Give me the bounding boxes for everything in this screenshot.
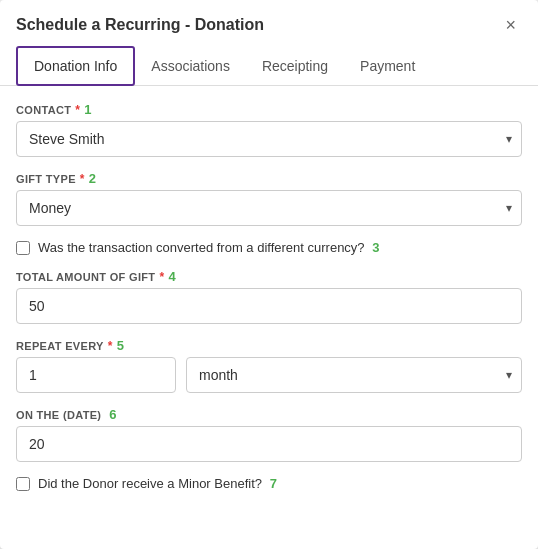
modal-header: Schedule a Recurring - Donation ×: [0, 0, 538, 36]
total-amount-input[interactable]: [16, 288, 522, 324]
tabs-container: Donation Info Associations Receipting Pa…: [0, 46, 538, 86]
contact-field-group: CONTACT * 1 Steve Smith ▾: [16, 102, 522, 157]
currency-checkbox[interactable]: [16, 241, 30, 255]
minor-benefit-checkbox-label: Did the Donor receive a Minor Benefit? 7: [38, 476, 277, 491]
modal: Schedule a Recurring - Donation × Donati…: [0, 0, 538, 549]
tab-payment[interactable]: Payment: [344, 46, 431, 85]
minor-benefit-checkbox[interactable]: [16, 477, 30, 491]
total-amount-field-group: TOTAL AMOUNT OF GIFT * 4: [16, 269, 522, 324]
total-amount-label: TOTAL AMOUNT OF GIFT * 4: [16, 269, 522, 284]
tab-donation-info[interactable]: Donation Info: [16, 46, 135, 86]
repeat-number-wrap: [16, 357, 176, 393]
repeat-period-select-wrapper: dayweekmonthyear ▾: [186, 357, 522, 393]
currency-checkbox-row: Was the transaction converted from a dif…: [16, 240, 522, 255]
minor-benefit-checkbox-row: Did the Donor receive a Minor Benefit? 7: [16, 476, 522, 491]
repeat-period-select[interactable]: dayweekmonthyear: [186, 357, 522, 393]
contact-select[interactable]: Steve Smith: [16, 121, 522, 157]
on-the-date-label: ON THE (DATE) 6: [16, 407, 522, 422]
currency-checkbox-label: Was the transaction converted from a dif…: [38, 240, 379, 255]
repeat-every-inline: dayweekmonthyear ▾: [16, 357, 522, 393]
tab-associations[interactable]: Associations: [135, 46, 246, 85]
gift-type-select[interactable]: Money: [16, 190, 522, 226]
repeat-number-input[interactable]: [16, 357, 176, 393]
on-the-date-input[interactable]: [16, 426, 522, 462]
gift-type-label: GIFT TYPE * 2: [16, 171, 522, 186]
modal-title: Schedule a Recurring - Donation: [16, 16, 264, 34]
close-button[interactable]: ×: [499, 14, 522, 36]
contact-select-wrapper: Steve Smith ▾: [16, 121, 522, 157]
tab-receipting[interactable]: Receipting: [246, 46, 344, 85]
gift-type-field-group: GIFT TYPE * 2 Money ▾: [16, 171, 522, 226]
repeat-every-label: REPEAT EVERY * 5: [16, 338, 522, 353]
contact-label: CONTACT * 1: [16, 102, 522, 117]
repeat-every-field-group: REPEAT EVERY * 5 dayweekmonthyear ▾: [16, 338, 522, 393]
gift-type-select-wrapper: Money ▾: [16, 190, 522, 226]
on-the-date-field-group: ON THE (DATE) 6: [16, 407, 522, 462]
form-body: CONTACT * 1 Steve Smith ▾ GIFT TYPE * 2 …: [0, 86, 538, 491]
